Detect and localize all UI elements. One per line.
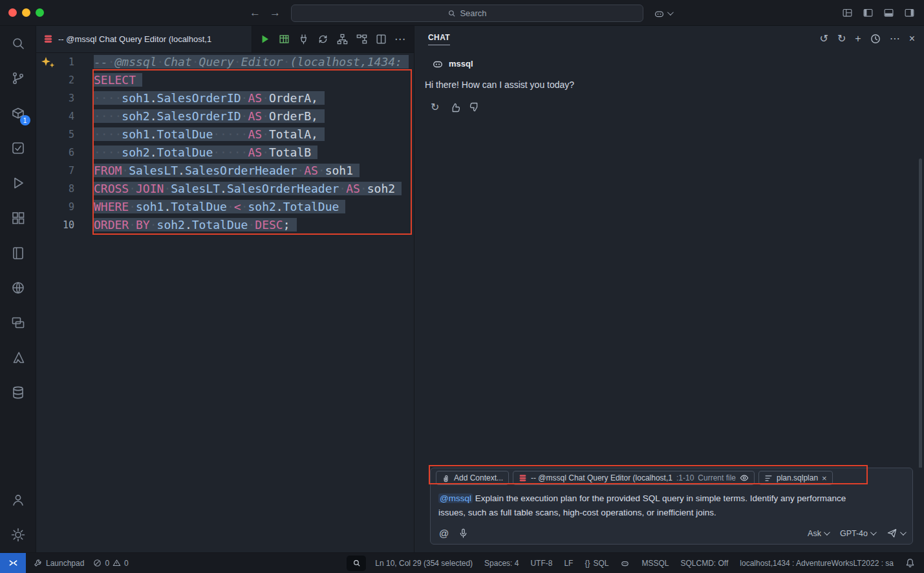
remote-icon: [8, 557, 19, 568]
magnifier-icon: [352, 559, 361, 567]
code-line[interactable]: FROM·SalesLT.SalesOrderHeader·AS·soh1: [94, 162, 414, 180]
toggle-primary-sidebar-icon[interactable]: [863, 8, 874, 19]
run-and-debug-sidebar-item[interactable]: [0, 166, 36, 200]
chat-input-text[interactable]: @mssql Explain the execution plan for th…: [436, 485, 869, 526]
code-line[interactable]: ····soh2.TotalDue·····AS·TotalB: [94, 144, 414, 162]
notifications-bell[interactable]: [905, 558, 915, 568]
title-bar: ← → Search: [0, 0, 924, 26]
navigate-back-icon[interactable]: ←: [250, 6, 261, 19]
mode-selector[interactable]: Ask: [808, 529, 828, 538]
code-line[interactable]: ····soh2.SalesOrderID·AS·OrderB,: [94, 107, 414, 125]
error-count: 0: [105, 559, 109, 568]
remote-explorer-sidebar-item[interactable]: [0, 305, 36, 340]
scrollbar[interactable]: [919, 158, 922, 468]
toggle-panel-icon[interactable]: [883, 8, 894, 19]
editor-tab-bar: -- @mssql Chat Query Editor (localhost,1…: [36, 26, 414, 53]
extensions-sidebar-item[interactable]: [0, 200, 36, 235]
notebook-sidebar-item[interactable]: [0, 235, 36, 270]
close-icon[interactable]: ×: [822, 473, 827, 483]
editor-tab[interactable]: -- @mssql Chat Query Editor (localhost,1: [36, 26, 252, 52]
send-button[interactable]: [886, 528, 905, 539]
database-file-icon: [519, 474, 527, 482]
source-control-sidebar-item[interactable]: [0, 61, 36, 96]
connect-plug-icon[interactable]: [297, 33, 310, 45]
code-line[interactable]: WHERE·soh1.TotalDue·<·soh2.TotalDue: [94, 198, 414, 216]
eye-icon[interactable]: [740, 473, 749, 482]
chat-input-box[interactable]: Add Context... -- @mssql Chat Query Edit…: [430, 468, 913, 545]
thumbs-up-icon[interactable]: [449, 102, 460, 113]
add-context-button[interactable]: Add Context...: [436, 471, 509, 485]
copilot-status-item[interactable]: [620, 558, 630, 568]
indentation-status-item[interactable]: Spaces: 4: [484, 559, 519, 568]
azure-icon: [10, 350, 26, 365]
settings-sidebar-item[interactable]: [0, 517, 36, 552]
launchpad-status-item[interactable]: Launchpad: [34, 559, 84, 568]
split-editor-icon[interactable]: [375, 33, 387, 45]
change-connection-icon[interactable]: [317, 33, 329, 45]
mssql-status-item[interactable]: MSSQL: [641, 559, 669, 568]
run-query-button[interactable]: [259, 33, 271, 45]
activity-bar: 1: [0, 26, 36, 552]
code-line[interactable]: ····soh1.TotalDue·····AS·TotalA,: [94, 125, 414, 144]
language-status-item[interactable]: {} SQL: [585, 559, 608, 568]
toggle-secondary-sidebar-icon[interactable]: [904, 8, 915, 19]
file-chip-hint: Current file: [698, 473, 736, 482]
remote-indicator[interactable]: [0, 553, 26, 573]
plan-file-chip[interactable]: plan.sqlplan ×: [758, 471, 833, 485]
microphone-icon[interactable]: [458, 528, 468, 538]
undo-icon[interactable]: ↺: [820, 34, 828, 44]
account-sidebar-item[interactable]: [0, 482, 36, 517]
mention-icon[interactable]: @: [439, 528, 449, 539]
code-line[interactable]: SELECT: [94, 71, 414, 89]
close-icon[interactable]: ×: [909, 34, 915, 44]
thumbs-down-icon[interactable]: [470, 102, 480, 113]
regenerate-icon[interactable]: ↻: [431, 101, 439, 113]
extensions-icon: [10, 210, 26, 226]
zoom-indicator[interactable]: [347, 556, 366, 571]
checklist-sidebar-item[interactable]: [0, 131, 36, 166]
estimated-plan-icon[interactable]: [356, 33, 368, 45]
code-line[interactable]: ORDER·BY·soh2.TotalDue·DESC;: [94, 216, 414, 234]
connection-status-item[interactable]: localhost,1434 : AdventureWorksLT2022 : …: [740, 559, 894, 568]
redo-icon[interactable]: ↻: [837, 34, 846, 44]
eol-status-item[interactable]: LF: [564, 559, 573, 568]
line-number: 10: [36, 216, 74, 234]
line-number: 5: [36, 125, 74, 144]
database-sidebar-item[interactable]: [0, 375, 36, 410]
problems-status-item[interactable]: 0 0: [93, 559, 128, 568]
zoom-window-button[interactable]: [36, 8, 44, 17]
plan-chip-label: plan.sqlplan: [777, 473, 818, 482]
azure-sidebar-item[interactable]: [0, 340, 36, 375]
chevron-down-icon: [900, 529, 907, 535]
more-actions-icon[interactable]: ⋯: [394, 32, 405, 46]
minimize-window-button[interactable]: [22, 8, 30, 17]
copilot-menu[interactable]: [653, 0, 672, 26]
new-chat-icon[interactable]: +: [855, 34, 861, 44]
close-window-button[interactable]: [8, 8, 17, 17]
activity-badge: 1: [20, 115, 30, 125]
more-actions-icon[interactable]: ⋯: [890, 34, 900, 44]
results-grid-icon[interactable]: [278, 33, 290, 45]
github-sidebar-item[interactable]: [0, 270, 36, 305]
code-line[interactable]: ····soh1.SalesOrderID·AS·OrderA,: [94, 89, 414, 107]
chat-tab-label[interactable]: CHAT: [428, 33, 450, 45]
database-projects-sidebar-item[interactable]: 1: [0, 96, 36, 131]
notebook-icon: [10, 245, 26, 261]
code-line[interactable]: CROSS·JOIN·SalesLT.SalesOrderHeader·AS·s…: [94, 180, 414, 198]
sqlcmd-status-item[interactable]: SQLCMD: Off: [681, 559, 729, 568]
encoding-status-item[interactable]: UTF-8: [530, 559, 552, 568]
file-chip-label: -- @mssql Chat Query Editor (localhost,1: [531, 473, 672, 482]
search-sidebar-item[interactable]: [0, 26, 36, 61]
editor-pane: -- @mssql Chat Query Editor (localhost,1…: [36, 26, 414, 552]
command-center-search[interactable]: Search: [291, 5, 643, 22]
schema-hierarchy-icon[interactable]: [336, 33, 349, 45]
cursor-position-status-item[interactable]: Ln 10, Col 29 (354 selected): [375, 559, 473, 568]
chat-history-icon[interactable]: [870, 34, 881, 44]
code-editor[interactable]: 12345678910 --·@mssql·Chat·Query·Editor·…: [36, 53, 414, 552]
customize-layout-icon[interactable]: [842, 8, 853, 19]
model-selector[interactable]: GPT-4o: [840, 529, 875, 538]
code-line[interactable]: --·@mssql·Chat·Query·Editor·(localhost,1…: [94, 53, 414, 71]
navigate-forward-icon[interactable]: →: [270, 6, 281, 19]
copilot-icon: [620, 558, 630, 568]
current-file-chip[interactable]: -- @mssql Chat Query Editor (localhost,1…: [513, 471, 755, 485]
